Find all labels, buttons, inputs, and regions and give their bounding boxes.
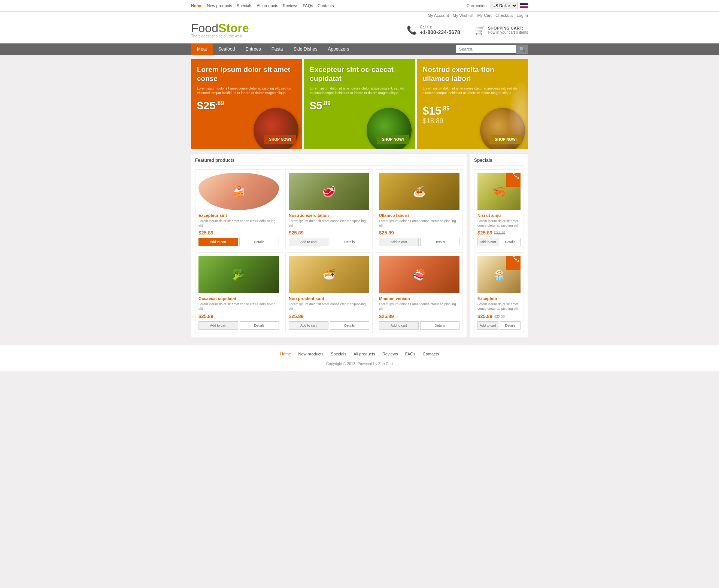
nav-side-dishes[interactable]: Side Dishes <box>288 43 322 55</box>
product-6-price: $25.89 <box>379 313 459 319</box>
product-1-add-to-cart[interactable]: Add to cart <box>198 238 238 246</box>
special-2-name: Excepteur <box>477 296 521 301</box>
search-input[interactable] <box>456 45 516 53</box>
product-1-img: 🍰 <box>198 173 279 210</box>
contact-phone: 📞 Call us: +1-800-234-5678 <box>407 25 460 35</box>
sale-badge-2: SALE <box>506 256 521 270</box>
my-account-link[interactable]: My Account <box>428 13 449 18</box>
top-nav-all-products[interactable]: All products <box>257 3 278 8</box>
nav-seafood[interactable]: Seafood <box>213 43 240 55</box>
product-2-img: 🥩 <box>289 173 369 210</box>
product-2-add-to-cart[interactable]: Add to cart <box>289 238 328 246</box>
special-1-price-old: $32.28 <box>494 231 506 235</box>
nav-appetizers[interactable]: Appetizers <box>322 43 354 55</box>
footer-home[interactable]: Home <box>280 352 291 356</box>
special-2-add-to-cart[interactable]: Add to cart <box>477 321 498 330</box>
product-6-add-to-cart[interactable]: Add to cart <box>379 321 419 330</box>
banner-1-desc: Lorem ipsum dolor sit amet conse ctetur … <box>197 86 296 96</box>
top-nav-home[interactable]: Home <box>191 3 203 8</box>
top-nav-specials[interactable]: Specials <box>237 3 252 8</box>
product-4-add-to-cart[interactable]: Add to cart <box>198 321 238 330</box>
banner-1: Lorem ipsum dolor sit amet conse Lorem i… <box>191 59 302 149</box>
product-4-desc: Lorem ipsum dolor sit amet conse ctetur … <box>198 302 279 311</box>
footer-all-products[interactable]: All products <box>354 352 375 356</box>
banner-2-title: Excepteur sint oc-caecat cupidatat <box>310 65 409 83</box>
phone-icon: 📞 <box>407 25 417 35</box>
cart-icon: 🛒 <box>475 25 485 35</box>
search-button[interactable]: 🔍 <box>516 45 528 54</box>
banner-3-desc: Lorem ipsum dolor sit amet conse ctetur … <box>423 86 522 96</box>
sale-badge-1: SALE <box>506 173 521 187</box>
copyright: Copyright © 2013. Powered by Zen Cart <box>0 360 719 368</box>
product-3-add-to-cart[interactable]: Add to cart <box>379 238 419 246</box>
footer-reviews[interactable]: Reviews <box>382 352 398 356</box>
product-4-price: $25.89 <box>198 313 279 319</box>
banner-1-title: Lorem ipsum dolor sit amet conse <box>197 65 296 83</box>
product-5-price: $25.89 <box>289 313 369 319</box>
top-nav-new-products[interactable]: New products <box>207 3 232 8</box>
special-1-price: $25.89 <box>477 230 492 236</box>
nav-pasta[interactable]: Pasta <box>266 43 288 55</box>
cart-summary[interactable]: 🛒 SHOPPING CART: Now in your cart 0 item… <box>468 25 528 35</box>
phone-number: +1-800-234-5678 <box>420 29 460 35</box>
cart-info: Now in your cart 0 items <box>488 30 528 34</box>
product-5-add-to-cart[interactable]: Add to cart <box>289 321 328 330</box>
product-2-name: Nostrud exercitation <box>289 213 369 218</box>
product-4-img: 🥦 <box>198 256 279 293</box>
product-3-img: 🍝 <box>379 173 459 210</box>
special-2-price-old: $32.28 <box>494 315 506 319</box>
special-product-1: 🦐 SALE Nisi ut aliqu Lorem ipsum dolor s… <box>474 169 524 249</box>
banner-1-shop-now[interactable]: SHOP NOW! <box>264 135 297 144</box>
footer-new-products[interactable]: New products <box>298 352 324 356</box>
product-5-details[interactable]: Details <box>330 321 370 330</box>
my-cart-link[interactable]: My Cart <box>477 13 492 18</box>
banner-3: Nostrud exercita-tion ullamco labori Lor… <box>417 59 528 149</box>
banner-2-shop-now[interactable]: SHOP NOW! <box>377 135 409 144</box>
top-nav-faqs[interactable]: FAQs <box>303 3 313 8</box>
product-6-details[interactable]: Details <box>420 321 460 330</box>
currency-label: Currencies: <box>467 3 488 8</box>
special-1-details[interactable]: Details <box>500 238 521 246</box>
product-5-name: Non proident sunt <box>289 296 369 301</box>
logo[interactable]: FoodStore The biggest choice on the web <box>191 22 249 38</box>
product-1-name: Excepteur sint <box>198 213 279 218</box>
product-6-name: Mminim veniam <box>379 296 459 301</box>
login-link[interactable]: Log In <box>516 13 528 18</box>
featured-product-6: 🍣 Mminim veniam Lorem ipsum dolor sit am… <box>376 252 463 333</box>
banner-2-desc: Lorem ipsum dolor sit amet conse ctetur … <box>310 86 409 96</box>
special-1-add-to-cart[interactable]: Add to cart <box>477 238 498 246</box>
special-2-details[interactable]: Details <box>500 321 521 330</box>
logo-tagline: The biggest choice on the web <box>191 34 249 38</box>
nav-entrees[interactable]: Entrees <box>240 43 266 55</box>
top-nav-contacts[interactable]: Contacts <box>318 3 334 8</box>
nav-meat[interactable]: Meat <box>191 43 213 55</box>
featured-header: Featured products <box>195 158 463 166</box>
product-3-desc: Lorem ipsum dolor sit amet conse ctetur … <box>379 219 459 228</box>
checkout-link[interactable]: Checkout <box>495 13 513 18</box>
specials-header: Specials <box>474 158 524 166</box>
featured-product-5: 🍜 Non proident sunt Lorem ipsum dolor si… <box>285 252 373 333</box>
special-2-price: $25.89 <box>477 313 492 319</box>
product-1-price: $25.89 <box>198 230 279 236</box>
product-2-price: $25.89 <box>289 230 369 236</box>
featured-product-1: 🍰 Excepteur sint Lorem ipsum dolor sit a… <box>195 169 282 249</box>
footer-contacts[interactable]: Contacts <box>423 352 439 356</box>
call-us-label: Call us: <box>420 25 460 29</box>
banner-3-shop-now[interactable]: SHOP NOW! <box>489 135 522 144</box>
footer-faqs[interactable]: FAQs <box>405 352 416 356</box>
banner-3-title: Nostrud exercita-tion ullamco labori <box>423 65 522 83</box>
featured-product-3: 🍝 Ullamco laboris Lorem ipsum dolor sit … <box>376 169 463 249</box>
featured-product-2: 🥩 Nostrud exercitation Lorem ipsum dolor… <box>285 169 373 249</box>
product-6-desc: Lorem ipsum dolor sit amet conse ctetur … <box>379 302 459 311</box>
product-3-details[interactable]: Details <box>420 238 460 246</box>
product-1-details[interactable]: Details <box>239 238 279 246</box>
featured-product-4: 🥦 Occaecat cupidatat Lorem ipsum dolor s… <box>195 252 282 333</box>
product-4-details[interactable]: Details <box>240 321 279 330</box>
my-wishlist-link[interactable]: My Wishlist <box>453 13 474 18</box>
product-3-name: Ullamco laboris <box>379 213 459 218</box>
footer-specials[interactable]: Specials <box>331 352 346 356</box>
product-2-details[interactable]: Details <box>330 238 370 246</box>
top-nav-reviews[interactable]: Reviews <box>283 3 298 8</box>
product-2-desc: Lorem ipsum dolor sit amet conse ctetur … <box>289 219 369 228</box>
currency-select[interactable]: US Dollar Euro <box>490 2 518 9</box>
